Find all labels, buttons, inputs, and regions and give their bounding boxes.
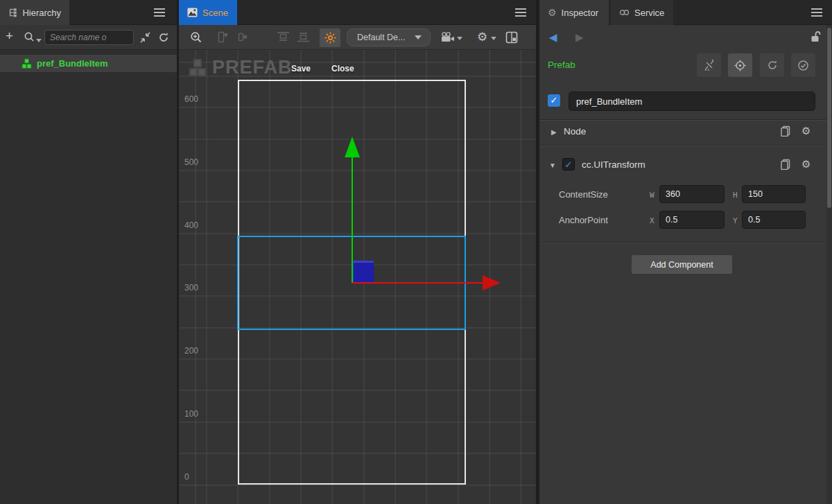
node-active-checkbox[interactable]: ✓ — [548, 94, 560, 107]
unlock-icon[interactable] — [810, 31, 821, 42]
prefab-unlink-button[interactable] — [697, 53, 721, 77]
light-burst-icon — [324, 32, 336, 44]
history-forward-button[interactable]: ▶ — [575, 31, 584, 44]
scene-menu-icon[interactable] — [515, 8, 526, 17]
search-input[interactable] — [44, 30, 134, 45]
align-left-icon — [217, 31, 229, 43]
refresh-icon[interactable] — [158, 32, 169, 43]
hierarchy-tabbar: Hierarchy — [0, 0, 177, 25]
search-filter-caret-icon[interactable] — [36, 39, 42, 42]
inspector-menu-icon[interactable] — [811, 8, 822, 17]
prefab-locate-button[interactable] — [728, 53, 752, 77]
inspector-tabbar: ⚙ Inspector Service — [539, 0, 832, 25]
content-size-label: ContentSize — [559, 189, 608, 200]
tab-hierarchy[interactable]: Hierarchy — [0, 0, 69, 25]
prefab-watermark-text: PREFAB — [212, 57, 293, 78]
camera-caret-icon[interactable] — [457, 37, 462, 40]
reset-refresh-icon — [767, 60, 778, 71]
check-circle-icon — [797, 60, 809, 71]
dropdown-caret-icon — [415, 35, 422, 40]
uitransform-enabled-checkbox[interactable]: ✓ — [562, 158, 575, 171]
prefab-close-button[interactable]: Close — [331, 64, 354, 73]
gizmo-light-toggle[interactable] — [320, 28, 340, 47]
scene-toolbar: Default De... ⚙ — [179, 25, 536, 50]
ruler-label-200: 200 — [184, 346, 198, 356]
search-filter-icon[interactable] — [24, 31, 35, 43]
ruler-label-600: 600 — [184, 94, 198, 104]
prefab-cube-icon — [21, 58, 33, 69]
node-name-input[interactable] — [569, 92, 815, 111]
hierarchy-menu-icon[interactable] — [154, 8, 165, 17]
tab-service[interactable]: Service — [611, 0, 673, 25]
anchor-drag-handle[interactable] — [353, 261, 374, 282]
tree-item-label: pref_BundleItem — [37, 58, 108, 69]
unlink-icon — [704, 60, 715, 71]
anchor-point-label: AnchorPoint — [559, 215, 608, 225]
service-link-icon — [619, 9, 630, 16]
node-section-label: Node — [564, 126, 586, 137]
content-size-w-label: W — [650, 191, 655, 200]
hierarchy-icon — [8, 8, 17, 18]
anchor-point-y-input[interactable] — [742, 211, 806, 229]
tab-scene[interactable]: Scene — [179, 0, 237, 25]
tab-inspector[interactable]: ⚙ Inspector — [539, 0, 609, 25]
create-node-button[interactable]: + — [6, 28, 13, 44]
y-axis-arrow-icon[interactable] — [345, 137, 360, 157]
scene-tabbar: Scene — [179, 0, 536, 25]
prefab-reset-button[interactable] — [760, 53, 784, 77]
anchor-point-x-label: X — [650, 216, 655, 225]
prefab-asset-label: Prefab — [548, 60, 575, 70]
node-section-collapse-icon[interactable]: ▶ — [551, 128, 557, 136]
node-docs-icon[interactable] — [780, 125, 791, 137]
design-resolution-dropdown[interactable]: Default De... — [347, 28, 431, 46]
prefab-watermark-cube-icon — [187, 58, 208, 78]
uitransform-section-label: cc.UITransform — [582, 159, 645, 170]
divider — [539, 145, 832, 146]
scene-tab-label: Scene — [202, 8, 228, 18]
x-axis-line — [352, 282, 483, 284]
content-size-h-input[interactable] — [742, 185, 806, 203]
camera-icon[interactable] — [441, 32, 455, 42]
x-axis-arrow-icon[interactable] — [483, 275, 501, 290]
distribute-top-icon — [277, 31, 290, 43]
scrollbar-thumb[interactable] — [827, 28, 831, 208]
add-component-button[interactable]: Add Component — [632, 255, 732, 274]
divider — [539, 119, 832, 120]
service-tab-label: Service — [634, 8, 664, 18]
prefab-save-button[interactable]: Save — [291, 64, 311, 73]
scene-gear-icon[interactable]: ⚙ — [477, 30, 487, 44]
collapse-all-icon[interactable] — [139, 32, 151, 43]
y-axis-line — [352, 156, 353, 283]
tree-item-pref-bundleitem[interactable]: pref_BundleItem — [0, 55, 177, 72]
ruler-label-100: 100 — [184, 409, 198, 419]
hierarchy-toolbar: + — [0, 25, 177, 50]
ruler-label-500: 500 — [184, 157, 198, 167]
divider — [539, 242, 832, 243]
node-gear-icon[interactable]: ⚙ — [801, 125, 811, 137]
uitransform-collapse-icon[interactable]: ▼ — [549, 162, 556, 169]
content-size-h-label: H — [733, 191, 738, 200]
uitransform-gear-icon[interactable]: ⚙ — [801, 158, 811, 171]
hierarchy-tab-label: Hierarchy — [22, 8, 61, 18]
layout-grid-icon[interactable] — [505, 31, 518, 44]
align-center-icon — [237, 31, 249, 43]
distribute-middle-icon — [297, 31, 310, 43]
zoom-tool-icon[interactable] — [190, 31, 202, 44]
scene-image-icon — [187, 8, 198, 17]
anchor-point-x-input[interactable] — [659, 211, 725, 229]
inspector-scrollbar[interactable] — [826, 25, 832, 504]
uitransform-docs-icon[interactable] — [780, 159, 791, 170]
history-back-button[interactable]: ◀ — [549, 31, 557, 44]
locate-target-icon — [734, 60, 746, 71]
gear-caret-icon[interactable] — [491, 37, 496, 40]
content-size-w-input[interactable] — [659, 185, 725, 203]
inspector-gear-icon: ⚙ — [548, 7, 557, 18]
ruler-label-0: 0 — [184, 472, 189, 482]
inspector-panel: ⚙ Inspector Service ◀ ▶ Prefab — [539, 0, 832, 504]
prefab-apply-button[interactable] — [791, 53, 815, 77]
scene-viewport[interactable]: 600 500 400 300 200 100 0 PREFAB Save Cl… — [179, 50, 536, 504]
prefab-mode-watermark: PREFAB — [187, 57, 293, 78]
inspector-tab-label: Inspector — [562, 8, 598, 18]
ruler-label-300: 300 — [184, 283, 198, 293]
anchor-point-y-label: Y — [733, 216, 738, 225]
